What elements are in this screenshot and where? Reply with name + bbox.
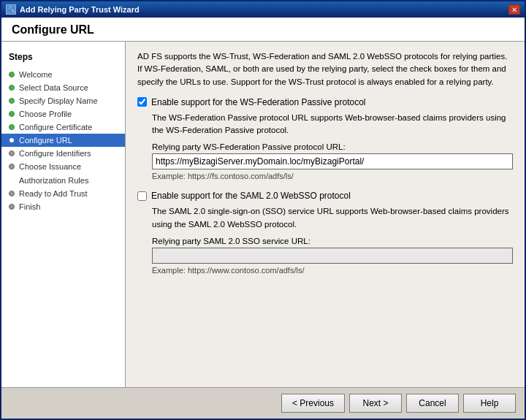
wsfed-description: The WS-Federation Passive protocol URL s… xyxy=(152,112,513,137)
sidebar-label-issuance: Choose Issuance xyxy=(19,162,81,171)
page-header: Configure URL xyxy=(1,18,525,42)
step-dot-ready xyxy=(9,191,15,196)
footer: < Previous Next > Cancel Help xyxy=(1,387,525,419)
sidebar-label-ready: Ready to Add Trust xyxy=(19,189,88,198)
sidebar-label-auth-rules: Authorization Rules xyxy=(9,176,88,185)
sidebar-item-welcome[interactable]: Welcome xyxy=(1,68,125,81)
title-bar: 🔧 Add Relying Party Trust Wizard ✕ xyxy=(1,1,525,18)
main-description: AD FS supports the WS-Trust, WS-Federati… xyxy=(137,50,513,88)
step-dot-profile xyxy=(9,111,15,117)
step-dot-finish xyxy=(9,204,15,210)
saml-section: Enable support for the SAML 2.0 WebSSO p… xyxy=(137,191,513,275)
saml-checkbox[interactable] xyxy=(137,191,147,201)
step-dot-select-data xyxy=(9,85,15,91)
saml-field-label: Relying party SAML 2.0 SSO service URL: xyxy=(152,237,513,245)
sidebar-label-finish: Finish xyxy=(19,202,40,211)
sidebar-item-choose-issuance[interactable]: Choose Issuance Authorization Rules xyxy=(1,160,125,187)
sidebar-item-choose-profile[interactable]: Choose Profile xyxy=(1,107,125,121)
wsfed-field-label: Relying party WS-Federation Passive prot… xyxy=(152,142,513,151)
next-button[interactable]: Next > xyxy=(349,394,402,413)
sidebar-label-cert: Configure Certificate xyxy=(19,123,92,131)
window-title: Add Relying Party Trust Wizard xyxy=(20,5,140,14)
wizard-window: 🔧 Add Relying Party Trust Wizard ✕ Confi… xyxy=(0,0,526,420)
wsfed-section: Enable support for the WS-Federation Pas… xyxy=(137,97,513,181)
wsfed-checkbox-row: Enable support for the WS-Federation Pas… xyxy=(137,97,513,107)
sidebar: Steps Welcome Select Data Source Specify… xyxy=(1,42,126,387)
saml-example: Example: https://www.contoso.com/adfs/ls… xyxy=(152,266,513,275)
sidebar-item-ready-to-add[interactable]: Ready to Add Trust xyxy=(1,187,125,200)
step-dot-url xyxy=(9,137,15,143)
help-button[interactable]: Help xyxy=(463,394,516,413)
sidebar-label-url: Configure URL xyxy=(19,136,72,145)
wizard-icon: 🔧 xyxy=(6,4,16,15)
sidebar-item-finish[interactable]: Finish xyxy=(1,200,125,213)
sidebar-label-select-data: Select Data Source xyxy=(19,83,88,92)
sidebar-label-identifiers: Configure Identifiers xyxy=(19,149,91,158)
sidebar-label-profile: Choose Profile xyxy=(19,110,72,118)
step-dot-welcome xyxy=(9,72,15,77)
step-dot-identifiers xyxy=(9,150,15,156)
sidebar-item-specify-display-name[interactable]: Specify Display Name xyxy=(1,94,125,107)
sidebar-item-configure-url[interactable]: Configure URL xyxy=(1,134,125,147)
saml-checkbox-row: Enable support for the SAML 2.0 WebSSO p… xyxy=(137,191,513,201)
saml-checkbox-label: Enable support for the SAML 2.0 WebSSO p… xyxy=(151,191,351,201)
cancel-button[interactable]: Cancel xyxy=(406,394,459,413)
main-content: AD FS supports the WS-Trust, WS-Federati… xyxy=(126,42,525,387)
page-title: Configure URL xyxy=(12,23,514,37)
saml-description: The SAML 2.0 single-sign-on (SSO) servic… xyxy=(152,205,513,231)
title-bar-left: 🔧 Add Relying Party Trust Wizard xyxy=(6,4,140,15)
saml-url-input[interactable] xyxy=(152,248,513,264)
wsfed-checkbox[interactable] xyxy=(137,97,147,107)
step-dot-cert xyxy=(9,124,15,130)
wsfed-url-input[interactable] xyxy=(152,153,513,169)
wsfed-example: Example: https://fs.contoso.com/adfs/ls/ xyxy=(152,172,513,180)
content-area: Steps Welcome Select Data Source Specify… xyxy=(1,42,525,387)
close-button[interactable]: ✕ xyxy=(508,4,520,15)
sidebar-item-configure-identifiers[interactable]: Configure Identifiers xyxy=(1,147,125,160)
sidebar-title: Steps xyxy=(1,49,125,68)
step-dot-display-name xyxy=(9,98,15,104)
sidebar-item-configure-certificate[interactable]: Configure Certificate xyxy=(1,121,125,134)
previous-button[interactable]: < Previous xyxy=(281,394,345,413)
sidebar-label-welcome: Welcome xyxy=(19,70,53,79)
step-dot-issuance xyxy=(9,164,15,169)
sidebar-label-display-name: Specify Display Name xyxy=(19,96,98,105)
wsfed-checkbox-label: Enable support for the WS-Federation Pas… xyxy=(151,97,365,107)
sidebar-item-select-data-source[interactable]: Select Data Source xyxy=(1,81,125,94)
